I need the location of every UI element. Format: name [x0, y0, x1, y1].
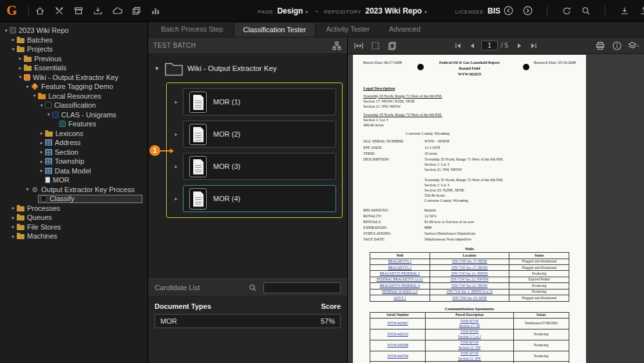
sidebar-item-section[interactable]: ▸Section [0, 148, 147, 157]
chevron-down-icon[interactable]: ▾ [153, 65, 160, 72]
select-region-icon[interactable] [370, 40, 381, 51]
sidebar-item-feature-tagging-demo[interactable]: ▾Feature Tagging Demo [0, 82, 147, 92]
chevron-down-icon[interactable]: ▾ [38, 103, 45, 108]
refresh-icon[interactable] [561, 5, 572, 16]
sidebar-item-clas-unigrams[interactable]: ▾CLAS - Unigrams [0, 110, 147, 120]
print-icon[interactable] [594, 40, 605, 51]
sidebar-item-lexicons[interactable]: ▸Lexicons [0, 129, 147, 139]
tools-icon[interactable] [53, 5, 64, 16]
page-number-input[interactable] [481, 41, 498, 50]
chevron-down-icon[interactable]: ▾ [10, 46, 17, 52]
chevron-right-icon[interactable]: ▸ [10, 215, 17, 221]
document-card-mor-2[interactable]: MOR (2) [183, 121, 336, 148]
document-label: MOR (2) [213, 130, 240, 138]
candidate-row-mor[interactable]: MOR 57% [155, 314, 341, 328]
sidebar-item-processes[interactable]: ▸Processes [0, 204, 147, 213]
download-icon[interactable] [619, 5, 630, 16]
previous-page-icon[interactable] [467, 40, 478, 51]
sidebar-item-output-extractor-key-process[interactable]: ▾⚙Output Extractor Key Process [0, 185, 147, 195]
first-page-icon[interactable] [453, 40, 464, 51]
document-card-mor-1[interactable]: MOR (1) [183, 88, 336, 115]
thumbnails-icon[interactable] [386, 40, 397, 51]
import-box-icon[interactable] [92, 5, 103, 16]
chevron-right-icon[interactable]: ▸ [38, 149, 45, 155]
sidebar-item-label: Queues [27, 213, 52, 221]
chevron-right-icon[interactable]: ▸ [17, 55, 24, 61]
sidebar-item-batches[interactable]: ▸Batches [0, 35, 147, 45]
chevron-right-icon[interactable]: ▸ [173, 131, 180, 137]
chevron-down-icon[interactable]: ▾ [3, 28, 10, 34]
document-card-mor-4[interactable]: MOR (4) [183, 185, 336, 212]
sidebar-item-projects[interactable]: ▾Projects [0, 44, 147, 54]
sidebar-item-machines[interactable]: ▸Machines [0, 231, 147, 241]
page-value[interactable]: Design [277, 6, 303, 15]
chevron-right-icon[interactable]: ▸ [173, 195, 180, 202]
sidebar-item-address[interactable]: ▸Address [0, 138, 147, 148]
sidebar-item-file-stores[interactable]: ▸File Stores [0, 222, 147, 232]
next-page-icon[interactable] [514, 40, 525, 51]
cloud-icon[interactable] [111, 5, 122, 16]
data-model-icon [45, 168, 52, 174]
sidebar-item-label: Machines [27, 232, 57, 240]
duplicate-icon[interactable] [131, 5, 142, 16]
folder-icon [38, 94, 46, 99]
forward-icon[interactable] [522, 5, 533, 16]
tab-activity-tester[interactable]: Activity Tester [317, 22, 379, 37]
chevron-right-icon[interactable]: ▸ [38, 159, 45, 164]
batches-icon[interactable] [73, 5, 84, 16]
chevron-right-icon[interactable]: ▸ [173, 163, 180, 170]
sidebar-item-2023-wiki-repo[interactable]: ▾2023 Wiki Repo [0, 26, 147, 35]
chevron-down-icon[interactable]: ▾ [45, 112, 52, 117]
document-card-mor-3[interactable]: MOR (3) [183, 153, 336, 180]
chevron-down-icon[interactable]: ▾ [24, 186, 31, 192]
last-page-icon[interactable] [528, 40, 539, 51]
info-icon[interactable] [611, 40, 622, 51]
tab-advanced[interactable]: Advanced [380, 22, 430, 37]
folder-icon [164, 61, 184, 76]
sidebar-item-queues[interactable]: ▸Queues [0, 213, 147, 222]
chevron-down-icon[interactable]: ▾ [424, 10, 427, 15]
sidebar-item-mor[interactable]: MOR [0, 175, 147, 185]
section-lines: Section 1: Lot 3 400.46 Acres [363, 118, 388, 127]
sidebar-item-features[interactable]: Features [0, 119, 147, 129]
stats-icon[interactable] [150, 5, 161, 16]
sidebar-item-wiki-output-extractor-key[interactable]: ▾Wiki - Output Extractor Key [0, 73, 147, 83]
sidebar-item-classify[interactable]: Classify [0, 194, 147, 204]
chevron-right-icon[interactable]: ▸ [10, 205, 17, 211]
chevron-right-icon[interactable]: ▸ [10, 224, 17, 230]
chevron-right-icon[interactable]: ▸ [17, 65, 24, 71]
chevron-down-icon[interactable]: ▾ [31, 93, 38, 99]
chevron-down-icon[interactable]: ▾ [17, 74, 24, 80]
chevron-right-icon[interactable]: ▸ [10, 233, 17, 239]
upload-icon[interactable] [638, 5, 644, 16]
search-icon[interactable] [580, 5, 591, 16]
repository-value[interactable]: 2023 Wiki Repo [365, 6, 422, 15]
document-types-column-header: Document Types [155, 302, 211, 310]
sidebar-item-essentials[interactable]: ▸Essentials [0, 63, 147, 73]
folder-icon [17, 215, 24, 221]
fit-width-icon[interactable] [353, 40, 364, 51]
home-icon[interactable] [34, 5, 45, 16]
chevron-right-icon[interactable]: ▸ [10, 37, 17, 43]
candidate-search-input[interactable] [263, 282, 341, 293]
document-page[interactable]: Report Date: 06/27/2008 Federal Oil & Ga… [353, 55, 586, 363]
chevron-down-icon[interactable]: ▾ [305, 10, 308, 15]
chevron-right-icon[interactable]: ▸ [38, 130, 45, 136]
tab-batch-process-step[interactable]: Batch Process Step [152, 22, 232, 37]
chevron-right-icon[interactable]: ▸ [38, 168, 45, 173]
view-options-icon[interactable] [628, 40, 639, 51]
sitemap-icon[interactable] [331, 40, 342, 51]
viewer-canvas[interactable]: Report Date: 06/27/2008 Federal Oil & Ga… [348, 54, 644, 363]
chevron-right-icon[interactable]: ▸ [173, 99, 180, 105]
sidebar-item-local-resources[interactable]: ▾Local Resources [0, 92, 147, 101]
back-icon[interactable] [503, 5, 514, 16]
search-icon[interactable] [247, 282, 258, 293]
sidebar-item-previous[interactable]: ▸Previous [0, 54, 147, 64]
batch-root-folder[interactable]: ▾ Wiki - Output Extractor Key [153, 61, 342, 76]
chevron-right-icon[interactable]: ▸ [38, 140, 45, 146]
sidebar-item-township[interactable]: ▸Township [0, 157, 147, 166]
tab-classification-tester[interactable]: Classification Tester [234, 22, 316, 37]
sidebar-item-classification[interactable]: ▾Classification [0, 101, 147, 110]
sidebar-item-data-model[interactable]: ▸Data Model [0, 166, 147, 176]
chevron-down-icon[interactable]: ▾ [24, 84, 31, 90]
